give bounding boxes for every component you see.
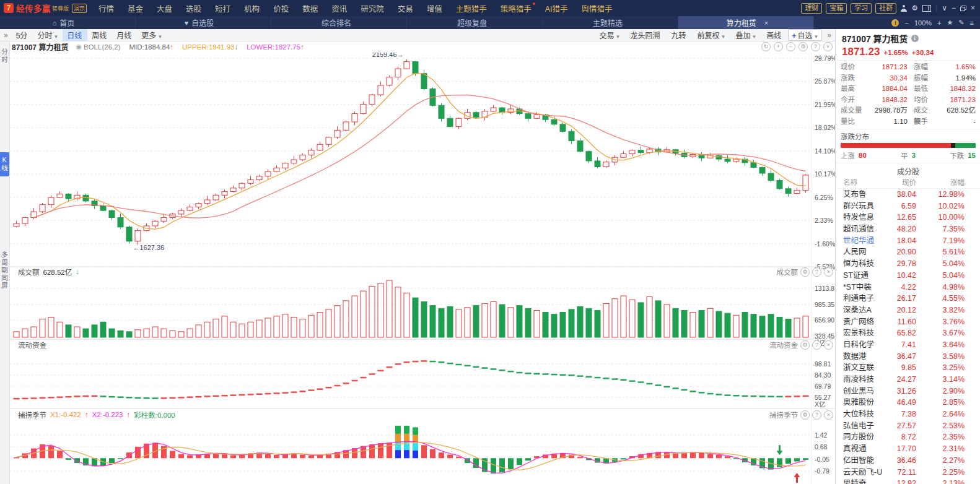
menu-item[interactable]: 策略猎手 <box>494 2 538 14</box>
chart-tool-button[interactable]: 画线 <box>761 29 787 41</box>
chart-tool-button[interactable]: 龙头回溯 <box>624 29 665 41</box>
period-button[interactable]: 日线 <box>63 29 87 41</box>
sidebar-item-kline[interactable]: K线 <box>0 152 9 176</box>
stock-row[interactable]: 利通电子 26.17 4.55% <box>836 293 980 305</box>
list-icon[interactable]: ≡ <box>970 19 974 27</box>
stock-row[interactable]: 日科化学 7.41 3.64% <box>836 339 980 351</box>
stock-row[interactable]: 贵广网络 11.60 3.76% <box>836 316 980 328</box>
settings-gear-icon[interactable]: ⚙ <box>800 340 810 350</box>
menu-item[interactable]: 行情 <box>92 2 121 14</box>
favorite-star-icon[interactable]: ★ <box>947 19 953 27</box>
stock-row[interactable]: 浙文互联 9.85 3.25% <box>836 362 980 374</box>
sidebar-item-fenshi[interactable]: 分时 <box>0 48 9 64</box>
close-icon[interactable]: × <box>971 0 975 16</box>
zoom-out-icon[interactable]: − <box>904 19 908 27</box>
stock-row[interactable]: 群兴玩具 6.59 10.02% <box>836 201 980 212</box>
chart-tool-button[interactable]: +自选▼ <box>788 29 822 41</box>
help-icon[interactable]: ? <box>811 42 820 51</box>
menu-item[interactable]: 大盘 <box>150 2 179 14</box>
collapse-left-icon[interactable]: » <box>0 31 12 40</box>
stock-row[interactable]: 创业黑马 31.26 2.90% <box>836 386 980 397</box>
close-pane-icon[interactable]: × <box>824 410 833 420</box>
menu-item[interactable]: 价投 <box>266 2 295 14</box>
menu-item[interactable]: 基金 <box>121 2 150 14</box>
quick-button[interactable]: 学习 <box>851 3 872 14</box>
zoom-in-icon[interactable]: + <box>774 42 783 51</box>
stock-row[interactable]: 数据港 36.47 3.58% <box>836 351 980 363</box>
stock-row[interactable]: 南凌科技 24.27 3.14% <box>836 374 980 386</box>
tab-close-icon[interactable]: × <box>764 19 768 27</box>
tab[interactable]: ♥ 自选股 <box>136 16 271 29</box>
period-button[interactable]: 月线 <box>112 29 137 41</box>
tab[interactable]: 主题精选 <box>543 16 678 29</box>
menu-item[interactable]: 主题猎手 <box>449 2 494 14</box>
stock-row[interactable]: 思特奇 12.92 2.13% <box>836 478 980 484</box>
settings-gear-icon[interactable]: ⚙ <box>798 42 808 51</box>
close-pane-icon[interactable]: × <box>824 340 833 350</box>
menu-item[interactable]: 研究院 <box>354 2 391 14</box>
menu-item[interactable]: 短打 <box>208 2 237 14</box>
period-button[interactable]: 分时▼ <box>33 29 63 41</box>
settings-gear-icon[interactable]: ⚙ <box>800 410 810 420</box>
layout-icon[interactable] <box>922 5 931 12</box>
edit-pencil-icon[interactable]: ✎ <box>958 19 964 27</box>
stock-row[interactable]: 弘信电子 27.57 2.53% <box>836 420 980 432</box>
period-button[interactable]: 5分 <box>12 29 33 41</box>
zoom-in-icon[interactable]: + <box>937 19 941 27</box>
stock-row[interactable]: 宏景科技 65.82 3.67% <box>836 327 980 339</box>
stock-row[interactable]: 深桑达A 20.12 3.82% <box>836 305 980 316</box>
indicator-selector-icon[interactable]: ◉ <box>76 43 82 51</box>
chart-tool-button[interactable]: 交易▼ <box>594 29 625 41</box>
stock-row[interactable]: *ST中装 4.22 4.98% <box>836 282 980 293</box>
stock-row[interactable]: 大位科技 7.38 2.64% <box>836 408 980 420</box>
menu-item[interactable]: 增值 <box>420 2 449 14</box>
tab[interactable]: 综合排名 <box>271 16 407 29</box>
stock-row[interactable]: 人民网 20.90 5.61% <box>836 246 980 258</box>
period-button[interactable]: 更多▼ <box>137 29 167 41</box>
stock-row[interactable]: ST证通 10.42 5.04% <box>836 270 980 282</box>
menu-item[interactable]: 数据 <box>295 2 325 14</box>
column-name[interactable]: 名称 <box>836 178 891 188</box>
help-icon[interactable]: ? <box>812 340 821 350</box>
chart-tool-button[interactable]: 叠加▼ <box>730 29 761 41</box>
stock-row[interactable]: 恒为科技 29.78 5.04% <box>836 258 980 270</box>
quick-button[interactable]: 社群 <box>875 3 896 14</box>
stock-row[interactable]: 奥雅股份 46.49 2.85% <box>836 397 980 408</box>
close-pane-icon[interactable]: × <box>824 267 833 277</box>
period-button[interactable]: 周线 <box>87 29 112 41</box>
chart-tool-button[interactable]: 前复权▼ <box>691 29 730 41</box>
column-pct[interactable]: 涨幅 <box>916 178 980 188</box>
menu-item[interactable]: 舆情猎手 <box>575 2 619 14</box>
tab[interactable]: 超级复盘 <box>407 16 543 29</box>
menu-item[interactable]: AI猎手 <box>538 2 575 14</box>
menu-item[interactable]: 机构 <box>237 2 266 14</box>
help-icon[interactable]: ? <box>812 267 821 277</box>
user-icon[interactable] <box>901 5 907 12</box>
chart-tool-button[interactable]: 九转 <box>665 29 691 41</box>
gear-icon[interactable]: ⚙ <box>911 0 918 16</box>
stock-row[interactable]: 同方股份 8.72 2.35% <box>836 431 980 443</box>
help-icon[interactable]: ? <box>812 410 821 420</box>
stock-row[interactable]: 特发信息 12.65 10.00% <box>836 212 980 223</box>
stock-row[interactable]: 真视通 17.70 2.31% <box>836 443 980 455</box>
menu-item[interactable]: 资讯 <box>325 2 354 14</box>
chevron-down-icon[interactable]: ∨ <box>942 0 947 16</box>
sidebar-item-multi-period[interactable]: 多周期同屏 <box>0 251 9 290</box>
collapse-right-icon[interactable]: » <box>823 31 835 40</box>
restore-icon[interactable] <box>960 6 966 11</box>
stock-row[interactable]: 艾布鲁 38.04 12.98% <box>836 189 980 201</box>
indicator-name[interactable]: BOLL(26,2) <box>84 43 120 51</box>
zoom-out-icon[interactable]: − <box>786 42 795 51</box>
settings-gear-icon[interactable]: ⚙ <box>800 267 810 277</box>
column-price[interactable]: 现价 <box>891 178 916 188</box>
tab[interactable]: 算力租赁 × <box>678 16 814 29</box>
stock-row[interactable]: 亿田智能 36.46 2.27% <box>836 455 980 467</box>
menu-item[interactable]: 选股 <box>179 2 208 14</box>
close-pane-icon[interactable]: × <box>823 42 833 51</box>
quick-button[interactable]: 宝箱 <box>826 3 847 14</box>
quick-button[interactable]: 理财 <box>801 3 822 14</box>
info-icon[interactable]: i <box>911 35 919 42</box>
alert-icon[interactable]: ! <box>891 19 899 27</box>
menu-item[interactable]: 交易 <box>391 2 420 14</box>
stock-row[interactable]: 云天励飞-U 72.11 2.25% <box>836 467 980 478</box>
